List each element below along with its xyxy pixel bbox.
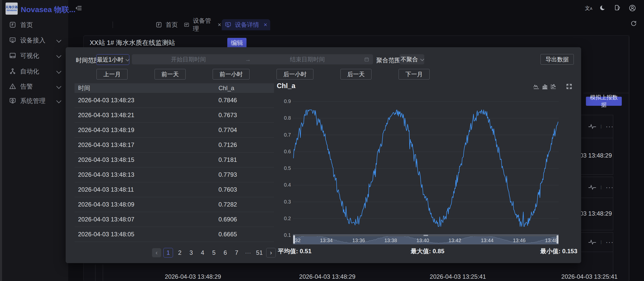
table-row[interactable]: 2026-04-03 13:48:150.7181 <box>75 152 274 167</box>
more-icon[interactable]: ··· <box>606 123 614 131</box>
pagination-page-5[interactable]: 5 <box>209 248 218 257</box>
nav-button-上一月[interactable]: 上一月 <box>96 69 128 80</box>
y-axis-label: 0.7 <box>270 132 291 138</box>
sidebar-item-1[interactable]: 首页 <box>2 19 68 31</box>
pagination-page-51[interactable]: 51 <box>255 248 264 257</box>
simulate-report-button[interactable]: 模拟上报数据 <box>586 97 622 106</box>
sidebar-item-5[interactable]: 告警 <box>2 80 68 92</box>
dark-mode-icon[interactable] <box>599 4 607 12</box>
pagination-page-1[interactable]: 1 <box>163 248 173 258</box>
bg-row-timestamp: 2026-04-03 13:48:29 <box>165 273 221 280</box>
table-row[interactable]: 2026-04-03 13:48:190.7704 <box>75 123 274 138</box>
brush-grip-handle[interactable] <box>424 235 428 236</box>
waveform-icon[interactable] <box>588 184 597 191</box>
pagination-page-7[interactable]: 7 <box>232 248 241 257</box>
sidebar-item-6[interactable]: 系统管理 <box>2 95 68 107</box>
scatter-chart-icon[interactable] <box>550 83 557 90</box>
tab-首页[interactable]: 首页 <box>154 19 179 30</box>
table-row[interactable]: 2026-04-03 13:48:090.7282 <box>75 197 274 212</box>
tab-设备管理[interactable]: 设备管理× <box>184 19 221 30</box>
refresh-icon[interactable] <box>630 20 637 27</box>
property-card-header: | ··· <box>578 115 613 138</box>
nav-button-下一月[interactable]: 下一月 <box>399 69 430 80</box>
table-row[interactable]: 2026-04-03 13:48:070.6906 <box>75 212 274 227</box>
table-row[interactable]: 2026-04-03 13:48:210.7673 <box>75 108 274 123</box>
cell-value: 0.7181 <box>218 156 274 163</box>
pagination-page-4[interactable]: 4 <box>198 248 207 257</box>
close-icon[interactable]: × <box>218 21 221 28</box>
aggregate-select[interactable]: 不聚合 <box>400 54 424 64</box>
sidebar-item-3[interactable]: 可视化 <box>2 49 68 62</box>
brand-logo-text-top: 见海仪器 <box>6 6 18 9</box>
edit-button[interactable]: 编辑 <box>227 38 246 48</box>
tab-label: 首页 <box>166 21 178 29</box>
device-access-icon <box>9 37 16 44</box>
translate-icon[interactable]: 文A <box>585 5 592 12</box>
pagination-next-button[interactable]: › <box>266 248 276 258</box>
pagination-prev-button[interactable]: ‹ <box>152 248 161 257</box>
waveform-icon[interactable] <box>588 123 597 130</box>
y-axis-label: 0.2 <box>270 216 291 221</box>
cell-value: 0.7282 <box>218 201 274 208</box>
cell-value: 0.7793 <box>218 171 274 178</box>
time-range-value: 最近1小时 <box>97 56 123 64</box>
brush-handle-left[interactable] <box>293 235 295 244</box>
pagination-page-3[interactable]: 3 <box>187 248 196 257</box>
cell-time: 2026-04-03 13:48:13 <box>75 171 218 178</box>
table-row[interactable]: 2026-04-03 13:48:130.7793 <box>75 167 274 182</box>
table-row[interactable]: 2026-04-03 13:48:230.7846 <box>75 93 274 108</box>
export-data-button[interactable]: 导出数据 <box>540 54 574 65</box>
home-icon <box>156 21 162 28</box>
table-header-row: 时间 Chl_a <box>75 83 274 93</box>
waveform-icon[interactable] <box>588 239 597 245</box>
chl-a-line-chart[interactable] <box>293 96 559 234</box>
close-icon[interactable]: × <box>264 21 267 28</box>
date-range-input[interactable]: 开始日期时间 → 结束日期时间 <box>132 54 373 64</box>
nav-button-后一小时[interactable]: 后一小时 <box>277 69 313 80</box>
sidebar-item-2[interactable]: 设备接入 <box>2 34 68 46</box>
time-range-select[interactable]: 最近1小时 <box>96 54 129 65</box>
pagination-page-2[interactable]: 2 <box>175 248 184 257</box>
start-date-placeholder: 开始日期时间 <box>132 56 245 63</box>
sidebar-item-label: 告警 <box>20 82 57 91</box>
cell-value: 0.7846 <box>218 97 274 104</box>
x-axis-label: 13:40 <box>416 238 429 243</box>
cell-value: 0.7704 <box>218 126 274 134</box>
aggregate-label: 聚合范围: <box>376 56 402 64</box>
more-icon[interactable]: ··· <box>606 238 614 246</box>
bg-row-timestamp: 2026-04-03 13:48:29 <box>299 273 356 280</box>
chevron-down-icon <box>56 98 61 103</box>
chevron-down-icon <box>56 53 61 58</box>
sidebar-item-4[interactable]: 自动化 <box>2 65 68 77</box>
chevron-down-icon <box>56 38 61 43</box>
brush-handle-right[interactable] <box>557 235 558 244</box>
table-row[interactable]: 2026-04-03 13:48:170.7126 <box>75 138 274 152</box>
tabbar: 首页设备管理×设备详情× <box>68 19 644 30</box>
y-axis-label: 0.1 <box>270 232 291 238</box>
menu-collapse-icon[interactable] <box>75 5 82 12</box>
table-row[interactable]: 2026-04-03 13:48:110.7603 <box>75 182 274 197</box>
user-icon[interactable] <box>629 4 636 12</box>
fullscreen-icon[interactable] <box>566 83 573 90</box>
datazoom-brush[interactable]: 13:3213:3413:3613:3813:4013:4213:4413:46… <box>293 234 559 244</box>
range-arrow-icon: → <box>245 56 251 63</box>
pagination-page-6[interactable]: 6 <box>221 248 230 257</box>
brand-logo: 见海仪器 novasea <box>6 3 18 15</box>
calendar-icon <box>364 57 369 62</box>
nav-button-前一天[interactable]: 前一天 <box>155 69 186 80</box>
topbar-actions: 文A <box>585 3 642 13</box>
more-icon[interactable]: ··· <box>606 184 614 191</box>
cell-value: 0.7603 <box>218 186 274 193</box>
theme-icon[interactable] <box>614 4 622 12</box>
sidebar-item-label: 自动化 <box>20 67 57 75</box>
nav-button-后一天[interactable]: 后一天 <box>340 69 371 80</box>
cell-time: 2026-04-03 13:48:11 <box>75 186 218 193</box>
property-card-header: | ··· <box>578 233 613 252</box>
bar-chart-icon[interactable] <box>541 83 548 90</box>
cell-time: 2026-04-03 13:48:19 <box>75 126 218 134</box>
line-chart-icon[interactable] <box>533 83 540 90</box>
property-card: | ··· 03 13:48:29 <box>578 177 613 230</box>
tab-设备详情[interactable]: 设备详情× <box>222 19 270 30</box>
table-row[interactable]: 2026-04-03 13:48:050.6665 <box>75 227 274 242</box>
nav-button-前一小时[interactable]: 前一小时 <box>213 69 250 80</box>
